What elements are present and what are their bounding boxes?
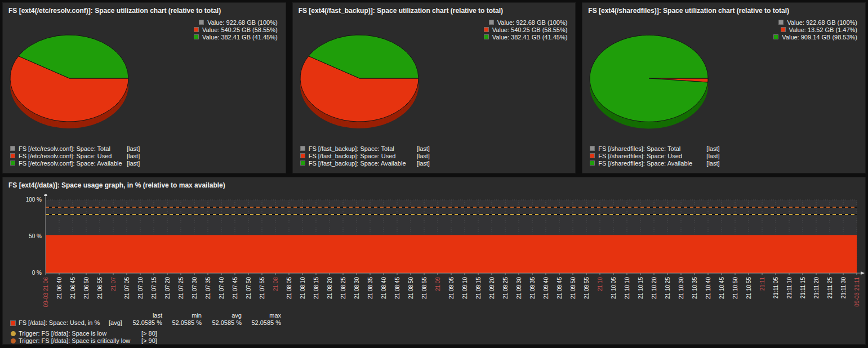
pie-panel-fast-backup: FS [ext4(/fast_backup)]: Space utilizati… xyxy=(292,2,576,173)
legend-color-swatch xyxy=(489,20,494,25)
trigger-threshold: [> 80] xyxy=(141,330,157,337)
value-legend-text: Value: 909.14 GB (98.53%) xyxy=(782,34,857,41)
series-legend-row: FS [/etc/resolv.conf]: Space: Used[last] xyxy=(10,152,140,159)
series-label: FS [/etc/resolv.conf]: Space: Total xyxy=(19,145,123,152)
value-legend-text: Value: 922.68 GB (100%) xyxy=(497,19,568,26)
pie-value-legend: Value: 922.68 GB (100%)Value: 13.52 GB (… xyxy=(773,19,857,41)
value-legend-row: Value: 382.41 GB (41.45%) xyxy=(194,33,278,41)
value-legend-text: Value: 540.25 GB (58.55%) xyxy=(492,26,568,33)
value-legend-row: Value: 540.25 GB (58.55%) xyxy=(484,26,568,33)
stats-header: max xyxy=(236,312,281,319)
series-legend-row: FS [/fast_backup]: Space: Used[last] xyxy=(300,152,430,159)
series-legend-row: FS [/etc/resolv.conf]: Space: Available[… xyxy=(10,159,140,167)
series-legend-row: FS [/sharedfiles]: Space: Total[last] xyxy=(590,145,719,152)
legend-color-swatch xyxy=(781,27,786,32)
series-label: FS [/sharedfiles]: Space: Available xyxy=(598,160,703,167)
pie-panels-row: FS [ext4(/etc/resolv.conf)]: Space utili… xyxy=(2,2,866,173)
panel-title: FS [ext4(/fast_backup)]: Space utilizati… xyxy=(293,3,576,15)
stats-header: last xyxy=(117,312,162,319)
series-label: FS [/fast_backup]: Space: Available xyxy=(309,160,413,167)
stat-value-last: 52.0585 % xyxy=(117,319,162,326)
stat-value-max: 52.0585 % xyxy=(236,319,281,326)
series-label: FS [/fast_backup]: Space: Used xyxy=(309,153,413,159)
legend-color-swatch xyxy=(484,34,489,39)
value-legend-text: Value: 13.52 GB (1.47%) xyxy=(789,26,857,33)
series-legend-row: FS [/fast_backup]: Space: Available[last… xyxy=(300,159,430,167)
pie-series-legend: FS [/sharedfiles]: Space: Total[last]FS … xyxy=(590,145,719,167)
legend-color-swatch xyxy=(300,160,305,166)
series-function: [last] xyxy=(127,145,140,152)
legend-color-swatch xyxy=(10,160,15,166)
value-legend-text: Value: 540.25 GB (58.55%) xyxy=(202,26,278,33)
pie-series-legend: FS [/fast_backup]: Space: Total[last]FS … xyxy=(300,145,430,167)
legend-color-swatch xyxy=(194,27,199,32)
trigger-bullet xyxy=(11,331,16,336)
value-legend-row: Value: 922.68 GB (100%) xyxy=(484,19,568,26)
legend-color-swatch xyxy=(10,146,15,151)
legend-color-swatch xyxy=(590,146,595,151)
value-legend-row: Value: 382.41 GB (41.45%) xyxy=(484,33,568,41)
pie-chart[interactable] xyxy=(582,29,740,150)
pie-panel-resolv-conf: FS [ext4(/etc/resolv.conf)]: Space utili… xyxy=(2,2,286,173)
zabbix-graphs-screen: FS [ext4(/etc/resolv.conf)]: Space utili… xyxy=(0,0,868,348)
legend-color-swatch xyxy=(199,20,204,25)
series-label: FS [/sharedfiles]: Space: Used xyxy=(598,153,703,159)
trigger-label: Trigger: FS [/data]: Space is critically… xyxy=(19,337,130,344)
pie-chart[interactable] xyxy=(3,29,161,150)
space-usage-graph-panel: FS [ext4(/data)]: Space usage graph, in … xyxy=(2,177,866,345)
series-function: [last] xyxy=(127,160,140,167)
pie-value-legend: Value: 922.68 GB (100%)Value: 540.25 GB … xyxy=(484,19,568,41)
series-legend-row: FS [/sharedfiles]: Space: Available[last… xyxy=(590,159,719,167)
legend-color-swatch xyxy=(590,153,595,158)
value-legend-row: Value: 13.52 GB (1.47%) xyxy=(773,26,857,33)
stats-header: min xyxy=(157,312,202,319)
trigger-bullet xyxy=(11,338,16,343)
legend-color-swatch xyxy=(300,153,305,158)
panel-title: FS [ext4(/sharedfiles)]: Space utilizati… xyxy=(582,3,865,15)
legend-color-swatch xyxy=(484,27,489,32)
pie-chart[interactable] xyxy=(293,29,451,150)
pie-value-legend: Value: 922.68 GB (100%)Value: 540.25 GB … xyxy=(194,19,278,41)
pie-panel-sharedfiles: FS [ext4(/sharedfiles)]: Space utilizati… xyxy=(582,2,866,173)
value-legend-row: Value: 540.25 GB (58.55%) xyxy=(194,26,278,33)
series-label: FS [/fast_backup]: Space: Total xyxy=(309,145,413,152)
series-function: [last] xyxy=(417,145,430,152)
value-legend-row: Value: 922.68 GB (100%) xyxy=(773,19,857,26)
series-function: [last] xyxy=(127,153,140,159)
legend-color-swatch xyxy=(10,320,16,326)
stat-value-avg: 52.0585 % xyxy=(197,319,242,326)
series-legend-row: FS [/fast_backup]: Space: Total[last] xyxy=(300,145,430,152)
series-function: [last] xyxy=(706,145,719,152)
series-function: [last] xyxy=(706,160,719,167)
value-legend-text: Value: 382.41 GB (41.45%) xyxy=(492,34,568,41)
legend-color-swatch xyxy=(773,34,778,39)
series-label: FS [/etc/resolv.conf]: Space: Available xyxy=(19,160,123,167)
stat-value-min: 52.0585 % xyxy=(157,319,202,326)
series-label: FS [/etc/resolv.conf]: Space: Used xyxy=(19,153,123,159)
value-legend-text: Value: 922.68 GB (100%) xyxy=(787,19,857,26)
series-function: [last] xyxy=(417,153,430,159)
value-legend-text: Value: 922.68 GB (100%) xyxy=(207,19,278,26)
legend-color-swatch xyxy=(590,160,595,166)
series-function: [last] xyxy=(706,153,719,159)
pie-series-legend: FS [/etc/resolv.conf]: Space: Total[last… xyxy=(10,145,140,167)
series-label: FS [/data]: Space: Used, in % xyxy=(19,319,100,326)
legend-color-swatch xyxy=(10,153,15,158)
trigger-threshold: [> 90] xyxy=(141,337,157,344)
value-legend-row: Value: 922.68 GB (100%) xyxy=(194,19,278,26)
legend-color-swatch xyxy=(300,146,305,151)
graph-legend: lastminavgmaxFS [/data]: Space: Used, in… xyxy=(3,177,865,344)
panel-title: FS [ext4(/etc/resolv.conf)]: Space utili… xyxy=(3,3,286,15)
value-legend-row: Value: 909.14 GB (98.53%) xyxy=(773,33,857,41)
legend-color-swatch xyxy=(778,20,784,25)
value-legend-text: Value: 382.41 GB (41.45%) xyxy=(202,34,278,41)
legend-color-swatch xyxy=(194,34,199,39)
stats-header: avg xyxy=(197,312,242,319)
series-label: FS [/sharedfiles]: Space: Total xyxy=(598,145,703,152)
trigger-label: Trigger: FS [/data]: Space is low xyxy=(19,330,106,337)
series-legend-row: FS [/sharedfiles]: Space: Used[last] xyxy=(590,152,719,159)
series-function: [last] xyxy=(417,160,430,167)
series-legend-row: FS [/etc/resolv.conf]: Space: Total[last… xyxy=(10,145,140,152)
